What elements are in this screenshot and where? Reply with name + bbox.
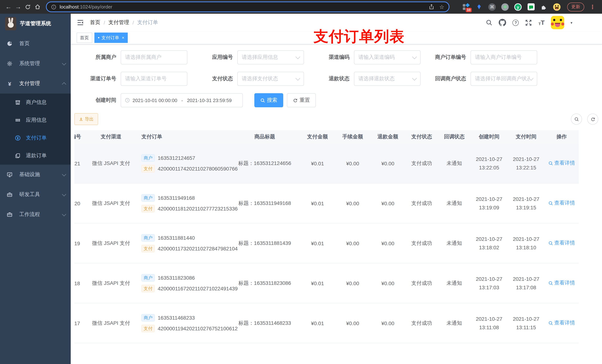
table-row: 121 微信 JSAPI 支付 商户 1635312124657 支 [75,144,579,183]
sidebar-item-pay-order[interactable]: 支付订单 [0,129,71,147]
search-icon[interactable] [486,19,493,26]
view-detail-link[interactable]: 查看详情 [548,160,575,167]
app-logo[interactable]: 芋道管理系统 [0,14,71,34]
refresh-icon [293,98,298,103]
pay-status-select[interactable]: 请选择支付状态 [237,72,304,86]
extension-chat-icon[interactable] [527,3,535,11]
view-detail-link[interactable]: 查看详情 [548,320,575,326]
tab-home[interactable]: 首页 [77,32,92,43]
extensions-puzzle-icon[interactable] [540,3,548,11]
channel-code-select[interactable]: 请输入渠道编码 [354,50,420,64]
table-row: 120 微信 JSAPI 支付 商户 1635311949168 支 [75,183,579,223]
view-detail-link[interactable]: 查看详情 [548,280,575,287]
user-avatar[interactable] [551,16,564,29]
filter-channel-order-no: 渠道订单号 请输入渠道订单号 [75,72,187,86]
browser-reload-icon[interactable] [23,2,32,12]
filter-merchant: 所属商户 请选择所属商户 [75,50,187,64]
breadcrumb-home[interactable]: 首页 [90,19,100,26]
browser-home-icon[interactable] [32,2,42,12]
tab-pay-order[interactable]: ● 支付订单 × [94,32,128,43]
chevron-down-icon [62,192,66,196]
col-header-paid: 支付时间 [508,130,545,144]
cell-status: 支付成功 [405,183,438,223]
merchant-tag: 商户 [141,274,155,281]
browser-menu-icon[interactable]: ⋮ [589,3,596,10]
filter-create-time: 创建时间 2021-10-01 00:00:00 - 2021-10-31 23… [75,93,243,107]
briefcase-icon [7,212,13,218]
avatar-dropdown-caret-icon[interactable]: ▾ [570,21,572,25]
browser-back-icon[interactable]: ← [4,2,13,12]
profile-avatar-icon[interactable] [553,3,561,11]
date-range-input[interactable]: 2021-10-01 00:00:00 - 2021-10-31 23:59:5… [121,93,243,107]
cell-channel: 微信 JSAPI 支付 [89,223,133,263]
cell-channel: 微信 JSAPI 支付 [89,303,133,343]
field-label: 所属商户 [75,54,116,61]
pay-order-no: 4200001194202110276752100612 [158,325,238,332]
refresh-table-button[interactable] [587,114,598,125]
merchant-order-no: 1635312124657 [158,155,195,161]
app-id-select[interactable]: 请选择应用信息 [237,50,304,64]
browser-forward-icon[interactable]: → [13,2,23,12]
col-header-amount: 支付金额 [300,130,335,144]
pay-order-no: 4200001173202110272847982104 [158,246,238,251]
merchant-order-no-input[interactable]: 请输入商户订单编号 [471,50,537,64]
notify-status-select[interactable]: 请选择订单回调商户状态 [471,72,537,86]
sidebar-item-app-info[interactable]: 应用信息 [0,111,71,129]
reset-button[interactable]: 重置 [287,93,316,107]
sidebar-item-infra[interactable]: 基础设施 [0,165,71,185]
chevron-down-icon [295,54,300,59]
fullscreen-icon[interactable] [525,19,532,26]
sidebar-item-system[interactable]: 系统管理 [0,54,71,74]
browser-update-button[interactable]: 更新 [567,2,584,11]
extension-sketch-icon[interactable] [475,3,483,11]
pay-tag: 支付 [141,325,155,332]
filter-channel-code: 渠道编码 请输入渠道编码 [309,50,420,64]
cell-order: 商户 1635312124657 支付 42000011742021102780… [133,144,230,183]
site-info-icon[interactable] [51,4,56,10]
sidebar-item-home[interactable]: 首页 [0,34,71,54]
col-header-action: 操作 [545,130,579,144]
channel-order-no-input[interactable]: 请输入渠道订单号 [121,72,187,86]
export-button[interactable]: 导出 [75,113,98,125]
pay-tag: 支付 [141,165,155,172]
font-size-icon[interactable]: TT [538,20,545,26]
sidebar-item-payment[interactable]: ¥ 支付管理 [0,74,71,94]
view-detail-link[interactable]: 查看详情 [548,200,575,207]
bookmark-star-icon[interactable]: ☆ [439,3,444,10]
view-detail-link[interactable]: 查看详情 [548,240,575,247]
share-icon[interactable] [429,4,434,10]
search-button[interactable]: 搜索 [254,93,283,107]
cell-fee: ¥0.00 [335,223,370,263]
table-row: 117 微信 JSAPI 支付 商户 1635311468233 支 [75,303,579,343]
sidebar-item-workflow[interactable]: 工作流程 [0,205,71,225]
close-icon[interactable]: × [122,35,124,40]
grid-icon [15,117,21,123]
refund-status-select[interactable]: 请选择退款状态 [354,72,420,86]
help-icon[interactable]: ? [513,20,519,26]
sidebar-item-refund-order[interactable]: 退款订单 [0,147,71,165]
search-icon [548,281,553,286]
extension-recorder-icon[interactable] [501,3,509,11]
breadcrumb-pay-mgmt[interactable]: 支付管理 [108,19,129,26]
extension-workona-icon[interactable]: 10 [462,3,470,11]
filter-pay-status: 支付状态 请选择支付状态 [192,72,304,86]
sidebar-item-devtools[interactable]: 研发工具 [0,185,71,205]
field-label: 创建时间 [75,97,116,104]
cell-title: 标题：1635312124656 [230,144,300,183]
sidebar-item-merchant-info[interactable]: 商户信息 [0,94,71,111]
hamburger-icon[interactable] [77,19,84,26]
field-label: 应用编号 [192,54,233,61]
merchant-input[interactable]: 请选择所属商户 [121,50,187,64]
date-start: 2021-10-01 00:00:00 [133,97,177,103]
cell-fee: ¥0.00 [335,183,370,223]
extension-command-icon[interactable]: ⌘ [488,3,496,11]
search-icon [548,201,553,206]
url-text[interactable]: localhost:1024/pay/order [60,4,112,10]
logo-avatar [5,17,16,30]
toggle-search-button[interactable] [571,114,582,125]
address-bar[interactable]: localhost:1024/pay/order ☆ [46,1,450,12]
extension-y-icon[interactable]: y [514,3,522,11]
github-icon[interactable] [499,19,506,26]
pay-tag: 支付 [141,205,155,212]
col-header-created: 创建时间 [471,130,508,144]
